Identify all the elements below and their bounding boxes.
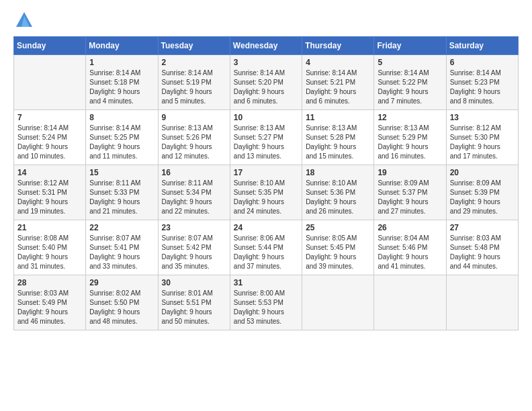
header-day: Monday bbox=[86, 37, 158, 55]
day-info: Sunrise: 8:13 AM Sunset: 5:28 PM Dayligh… bbox=[306, 124, 370, 161]
calendar-cell: 14Sunrise: 8:12 AM Sunset: 5:31 PM Dayli… bbox=[14, 165, 86, 220]
calendar-cell: 11Sunrise: 8:13 AM Sunset: 5:28 PM Dayli… bbox=[302, 110, 374, 165]
day-info: Sunrise: 8:00 AM Sunset: 5:53 PM Dayligh… bbox=[234, 289, 298, 326]
header-row: SundayMondayTuesdayWednesdayThursdayFrid… bbox=[14, 37, 519, 55]
day-info: Sunrise: 8:13 AM Sunset: 5:26 PM Dayligh… bbox=[162, 124, 226, 161]
day-info: Sunrise: 8:11 AM Sunset: 5:34 PM Dayligh… bbox=[162, 179, 226, 216]
day-number: 8 bbox=[89, 113, 154, 122]
calendar-week-row: 28Sunrise: 8:03 AM Sunset: 5:49 PM Dayli… bbox=[14, 275, 519, 330]
day-number: 31 bbox=[234, 278, 298, 287]
calendar-cell: 1Sunrise: 8:14 AM Sunset: 5:18 PM Daylig… bbox=[86, 55, 158, 110]
day-number: 19 bbox=[378, 168, 442, 177]
day-number: 23 bbox=[162, 223, 226, 232]
calendar-week-row: 7Sunrise: 8:14 AM Sunset: 5:24 PM Daylig… bbox=[14, 110, 519, 165]
day-info: Sunrise: 8:12 AM Sunset: 5:31 PM Dayligh… bbox=[17, 179, 82, 216]
calendar-cell: 19Sunrise: 8:09 AM Sunset: 5:37 PM Dayli… bbox=[374, 165, 446, 220]
day-number: 10 bbox=[234, 113, 298, 122]
header-day: Sunday bbox=[14, 37, 86, 55]
day-info: Sunrise: 8:07 AM Sunset: 5:41 PM Dayligh… bbox=[89, 234, 154, 271]
day-number: 16 bbox=[162, 168, 226, 177]
day-number: 28 bbox=[17, 278, 82, 287]
calendar-cell: 18Sunrise: 8:10 AM Sunset: 5:36 PM Dayli… bbox=[302, 165, 374, 220]
calendar-header: SundayMondayTuesdayWednesdayThursdayFrid… bbox=[14, 37, 519, 55]
day-number: 11 bbox=[306, 113, 370, 122]
calendar-week-row: 1Sunrise: 8:14 AM Sunset: 5:18 PM Daylig… bbox=[14, 55, 519, 110]
day-info: Sunrise: 8:14 AM Sunset: 5:24 PM Dayligh… bbox=[17, 124, 82, 161]
calendar-cell: 22Sunrise: 8:07 AM Sunset: 5:41 PM Dayli… bbox=[86, 220, 158, 275]
calendar-cell bbox=[374, 275, 446, 330]
calendar-cell bbox=[14, 55, 86, 110]
day-info: Sunrise: 8:14 AM Sunset: 5:22 PM Dayligh… bbox=[378, 68, 442, 106]
day-number: 29 bbox=[89, 278, 154, 287]
day-info: Sunrise: 8:13 AM Sunset: 5:27 PM Dayligh… bbox=[234, 124, 298, 161]
day-info: Sunrise: 8:03 AM Sunset: 5:49 PM Dayligh… bbox=[17, 289, 82, 326]
calendar-cell: 26Sunrise: 8:04 AM Sunset: 5:46 PM Dayli… bbox=[374, 220, 446, 275]
day-info: Sunrise: 8:14 AM Sunset: 5:19 PM Dayligh… bbox=[162, 68, 226, 106]
day-info: Sunrise: 8:10 AM Sunset: 5:35 PM Dayligh… bbox=[234, 179, 298, 216]
day-info: Sunrise: 8:06 AM Sunset: 5:44 PM Dayligh… bbox=[234, 234, 298, 271]
day-number: 22 bbox=[89, 223, 154, 232]
calendar-cell: 24Sunrise: 8:06 AM Sunset: 5:44 PM Dayli… bbox=[230, 220, 302, 275]
calendar-week-row: 14Sunrise: 8:12 AM Sunset: 5:31 PM Dayli… bbox=[14, 165, 519, 220]
day-info: Sunrise: 8:14 AM Sunset: 5:23 PM Dayligh… bbox=[450, 68, 515, 106]
calendar-cell: 21Sunrise: 8:08 AM Sunset: 5:40 PM Dayli… bbox=[14, 220, 86, 275]
calendar-cell: 8Sunrise: 8:14 AM Sunset: 5:25 PM Daylig… bbox=[86, 110, 158, 165]
calendar-cell: 28Sunrise: 8:03 AM Sunset: 5:49 PM Dayli… bbox=[14, 275, 86, 330]
calendar-cell: 3Sunrise: 8:14 AM Sunset: 5:20 PM Daylig… bbox=[230, 55, 302, 110]
calendar-cell: 17Sunrise: 8:10 AM Sunset: 5:35 PM Dayli… bbox=[230, 165, 302, 220]
header-day: Wednesday bbox=[230, 37, 302, 55]
day-number: 14 bbox=[17, 168, 82, 177]
day-info: Sunrise: 8:02 AM Sunset: 5:50 PM Dayligh… bbox=[89, 289, 154, 326]
calendar-cell: 12Sunrise: 8:13 AM Sunset: 5:29 PM Dayli… bbox=[374, 110, 446, 165]
calendar-cell: 29Sunrise: 8:02 AM Sunset: 5:50 PM Dayli… bbox=[86, 275, 158, 330]
calendar-cell: 25Sunrise: 8:05 AM Sunset: 5:45 PM Dayli… bbox=[302, 220, 374, 275]
calendar-table: SundayMondayTuesdayWednesdayThursdayFrid… bbox=[13, 36, 519, 330]
day-number: 2 bbox=[162, 58, 226, 67]
day-number: 21 bbox=[17, 223, 82, 232]
day-info: Sunrise: 8:03 AM Sunset: 5:48 PM Dayligh… bbox=[450, 234, 515, 271]
calendar-cell: 16Sunrise: 8:11 AM Sunset: 5:34 PM Dayli… bbox=[158, 165, 230, 220]
day-info: Sunrise: 8:12 AM Sunset: 5:30 PM Dayligh… bbox=[450, 124, 515, 161]
calendar-body: 1Sunrise: 8:14 AM Sunset: 5:18 PM Daylig… bbox=[14, 55, 519, 330]
day-info: Sunrise: 8:01 AM Sunset: 5:51 PM Dayligh… bbox=[162, 289, 226, 326]
day-info: Sunrise: 8:11 AM Sunset: 5:33 PM Dayligh… bbox=[89, 179, 154, 216]
calendar-cell: 31Sunrise: 8:00 AM Sunset: 5:53 PM Dayli… bbox=[230, 275, 302, 330]
page-header bbox=[13, 11, 519, 30]
calendar-cell: 15Sunrise: 8:11 AM Sunset: 5:33 PM Dayli… bbox=[86, 165, 158, 220]
header-day: Tuesday bbox=[158, 37, 230, 55]
header-day: Friday bbox=[374, 37, 446, 55]
logo bbox=[13, 11, 34, 30]
calendar-cell bbox=[446, 275, 518, 330]
day-info: Sunrise: 8:05 AM Sunset: 5:45 PM Dayligh… bbox=[306, 234, 370, 271]
day-number: 26 bbox=[378, 223, 442, 232]
day-info: Sunrise: 8:14 AM Sunset: 5:21 PM Dayligh… bbox=[306, 68, 370, 106]
day-number: 17 bbox=[234, 168, 298, 177]
day-number: 12 bbox=[378, 113, 442, 122]
day-info: Sunrise: 8:08 AM Sunset: 5:40 PM Dayligh… bbox=[17, 234, 82, 271]
day-number: 9 bbox=[162, 113, 226, 122]
calendar-cell: 9Sunrise: 8:13 AM Sunset: 5:26 PM Daylig… bbox=[158, 110, 230, 165]
logo-icon bbox=[15, 11, 34, 30]
calendar-cell: 30Sunrise: 8:01 AM Sunset: 5:51 PM Dayli… bbox=[158, 275, 230, 330]
day-number: 1 bbox=[89, 58, 154, 67]
calendar-cell: 5Sunrise: 8:14 AM Sunset: 5:22 PM Daylig… bbox=[374, 55, 446, 110]
calendar-cell: 27Sunrise: 8:03 AM Sunset: 5:48 PM Dayli… bbox=[446, 220, 518, 275]
day-number: 7 bbox=[17, 113, 82, 122]
day-info: Sunrise: 8:14 AM Sunset: 5:20 PM Dayligh… bbox=[234, 68, 298, 106]
header-day: Saturday bbox=[446, 37, 518, 55]
calendar-cell: 20Sunrise: 8:09 AM Sunset: 5:39 PM Dayli… bbox=[446, 165, 518, 220]
calendar-cell: 7Sunrise: 8:14 AM Sunset: 5:24 PM Daylig… bbox=[14, 110, 86, 165]
calendar-cell: 6Sunrise: 8:14 AM Sunset: 5:23 PM Daylig… bbox=[446, 55, 518, 110]
day-info: Sunrise: 8:09 AM Sunset: 5:39 PM Dayligh… bbox=[450, 179, 515, 216]
day-number: 3 bbox=[234, 58, 298, 67]
day-number: 5 bbox=[378, 58, 442, 67]
day-info: Sunrise: 8:14 AM Sunset: 5:25 PM Dayligh… bbox=[89, 124, 154, 161]
day-info: Sunrise: 8:09 AM Sunset: 5:37 PM Dayligh… bbox=[378, 179, 442, 216]
day-number: 24 bbox=[234, 223, 298, 232]
day-info: Sunrise: 8:14 AM Sunset: 5:18 PM Dayligh… bbox=[89, 68, 154, 106]
day-info: Sunrise: 8:10 AM Sunset: 5:36 PM Dayligh… bbox=[306, 179, 370, 216]
day-number: 18 bbox=[306, 168, 370, 177]
day-number: 15 bbox=[89, 168, 154, 177]
calendar-cell: 4Sunrise: 8:14 AM Sunset: 5:21 PM Daylig… bbox=[302, 55, 374, 110]
day-number: 30 bbox=[162, 278, 226, 287]
